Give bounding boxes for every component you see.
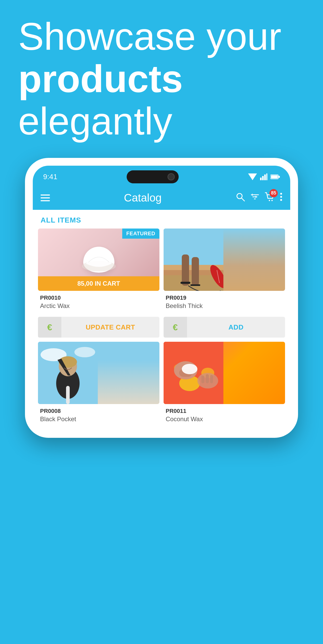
camera-icon [167,173,175,180]
svg-rect-48 [206,374,209,383]
svg-point-15 [269,200,270,201]
svg-rect-4 [266,173,267,180]
svg-rect-6 [271,175,278,178]
update-cart-button[interactable]: € UPDATE CART [38,317,159,338]
svg-point-16 [272,200,273,201]
menu-line [41,194,50,196]
product-name: Arctic Wax [40,302,157,310]
cart-button[interactable]: 85 [265,192,275,204]
phone-mockup: 9:41 [0,153,323,438]
cart-badge: 85 [269,189,278,197]
menu-line [41,200,50,201]
add-label: ADD [187,317,285,338]
menu-line [41,197,50,198]
action-row: € UPDATE CART € ADD [33,317,290,342]
status-icons [248,173,280,180]
product-name: Black Pocket [40,415,157,423]
hero-bold: products [18,57,183,100]
phone-screen: Catalog [33,186,290,430]
product-image-arctic-wax[interactable]: FEATURED 85,00 IN CART [38,229,159,291]
more-button[interactable] [280,192,282,204]
svg-rect-3 [264,175,266,180]
product-code: PR0008 [40,408,157,414]
product-name: Beelish Thick [166,302,283,310]
phone-notch [127,170,179,183]
svg-rect-1 [260,178,262,180]
product-image-beelish[interactable] [164,229,285,291]
svg-marker-0 [248,173,257,180]
filter-button[interactable] [250,192,260,204]
product-info: PR0011 Coconut Wax [164,404,285,425]
add-button[interactable]: € ADD [164,317,285,338]
svg-rect-7 [279,176,280,178]
product-card: PR0019 Beelish Thick [164,229,285,312]
product-card: PR0008 Black Pocket [38,342,159,425]
svg-rect-26 [192,257,199,286]
wifi-icon [248,173,257,180]
product-card: PR0011 Coconut Wax [164,342,285,425]
product-info: PR0010 Arctic Wax [38,291,159,312]
svg-rect-27 [180,282,190,284]
product-info: PR0019 Beelish Thick [164,291,285,312]
svg-rect-25 [182,254,189,286]
status-time: 9:41 [43,173,57,181]
in-cart-banner: 85,00 IN CART [38,276,159,291]
svg-line-9 [242,198,244,201]
app-bar: Catalog [33,186,290,210]
svg-rect-47 [201,375,204,383]
update-cart-label: UPDATE CART [61,317,159,338]
product-card: FEATURED 85,00 IN CART PR0010 Arctic Wax [38,229,159,312]
svg-point-33 [74,347,95,357]
product-code: PR0011 [166,408,283,414]
status-bar: 9:41 [33,166,290,186]
svg-rect-2 [262,176,264,180]
hero-line1: Showcase your [18,15,281,58]
hero-section: Showcase your products elegantly [0,0,323,153]
product-code: PR0019 [166,294,283,301]
menu-button[interactable] [41,194,50,201]
product-code: PR0010 [40,294,157,301]
hero-rest: elegantly [18,100,172,143]
product-image-black-pocket[interactable] [38,342,159,404]
phone-body: 9:41 [25,158,298,438]
svg-rect-37 [66,386,70,404]
svg-rect-49 [210,375,213,383]
svg-point-19 [280,199,282,201]
product-name: Coconut Wax [166,415,283,423]
product-info: PR0008 Black Pocket [38,404,159,425]
search-button[interactable] [236,192,245,204]
svg-rect-28 [190,284,200,286]
featured-badge: FEATURED [122,229,159,239]
product-image-coconut-wax[interactable] [164,342,285,404]
section-label: ALL ITEMS [33,210,290,229]
signal-icon [260,173,267,180]
app-title: Catalog [55,192,230,204]
svg-point-45 [182,364,197,374]
svg-point-18 [280,196,282,198]
product-grid-row2: PR0008 Black Pocket [33,342,290,430]
currency-icon-update: € [38,317,61,338]
product-grid: FEATURED 85,00 IN CART PR0010 Arctic Wax [33,229,290,317]
battery-icon [270,174,280,179]
svg-point-17 [280,193,282,194]
currency-icon-add: € [164,317,187,338]
